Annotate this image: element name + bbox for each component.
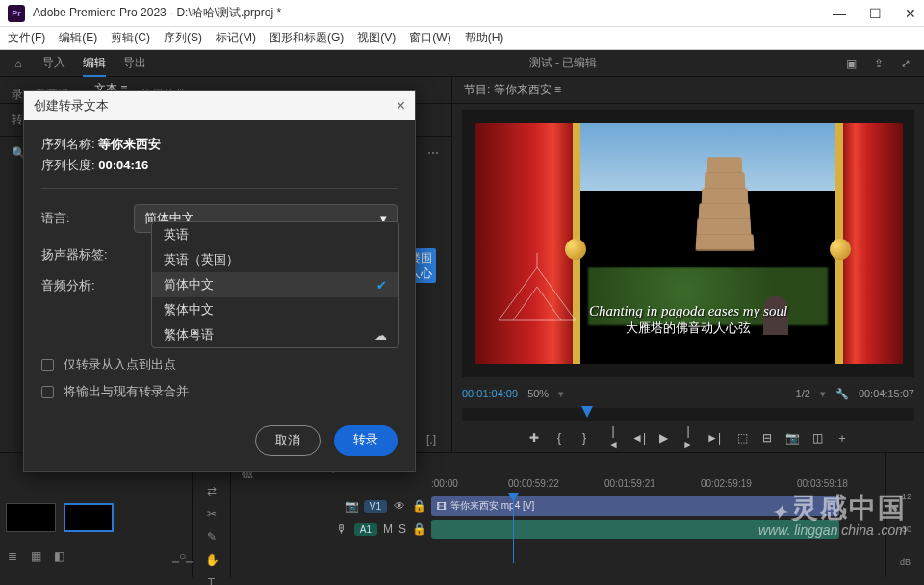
icon-view-icon[interactable]: ▦ <box>29 549 42 563</box>
dialog-titlebar: 创建转录文本 × <box>24 91 415 120</box>
seq-len-label: 序列长度: <box>41 158 95 172</box>
timeline-playhead[interactable] <box>513 496 514 563</box>
program-panel: 节目: 等你来西安 ≡ Chanting in pagoda eases my … <box>452 77 924 452</box>
program-tab[interactable]: 节目: 等你来西安 ≡ <box>464 82 561 98</box>
lang-option-en-uk[interactable]: 英语（英国） <box>152 247 398 272</box>
menu-sequence[interactable]: 序列(S) <box>164 30 202 46</box>
ws-export[interactable]: 导出 <box>123 55 146 71</box>
menu-help[interactable]: 帮助(H) <box>465 30 504 46</box>
speaker-label: 扬声器标签: <box>41 246 134 264</box>
settings-icon[interactable]: 🔧 <box>835 388 849 400</box>
workspace-bar: ⌂ 导入 编辑 导出 测试 - 已编辑 ▣ ⇪ ⤢ <box>0 50 924 77</box>
current-timecode[interactable]: 00:01:04:09 <box>462 388 518 399</box>
tick: 00:01:59:21 <box>604 478 655 489</box>
program-monitor[interactable]: Chanting in pagoda eases my soul 大雁塔的佛音动… <box>462 110 914 377</box>
toggle-icon[interactable]: 📷 <box>345 499 358 513</box>
track-label-a1[interactable]: A1 <box>354 523 377 536</box>
ws-import[interactable]: 导入 <box>42 55 65 71</box>
tick: 00:02:59:19 <box>701 478 752 489</box>
transcribe-button[interactable]: 转录 <box>334 425 398 456</box>
video-frame: Chanting in pagoda eases my soul 大雁塔的佛音动… <box>475 123 903 364</box>
dialog-close-icon[interactable]: × <box>397 97 405 114</box>
menu-window[interactable]: 窗口(W) <box>409 30 450 46</box>
export-frame-icon[interactable]: 📷 <box>785 431 799 445</box>
home-icon[interactable]: ⌂ <box>12 57 25 70</box>
step-fwd-icon[interactable]: |► <box>681 424 695 451</box>
type-tool-icon[interactable]: T <box>205 576 218 585</box>
caption-chinese: 大雁塔的佛音动人心弦 <box>475 319 903 337</box>
button-editor-icon[interactable]: ＋ <box>835 430 849 446</box>
menu-view[interactable]: 视图(V) <box>357 30 396 46</box>
pagoda-graphic <box>696 157 754 292</box>
checkbox-icon[interactable] <box>41 386 54 398</box>
lang-option-zh-tw[interactable]: 繁体中文 <box>152 297 398 322</box>
language-label: 语言: <box>41 210 134 227</box>
app-logo: Pr <box>8 5 25 22</box>
caption-english: Chanting in pagoda eases my soul <box>475 303 903 319</box>
project-name: 测试 - 已编辑 <box>529 55 598 71</box>
extract-icon[interactable]: ⊟ <box>760 431 774 445</box>
transport-controls: ✚ { } |◄ ◄| ▶ |► ►| ⬚ ⊟ 📷 ◫ ＋ <box>462 423 914 452</box>
lock-icon[interactable]: 🔒 <box>412 522 425 536</box>
minimize-button[interactable]: — <box>833 6 846 21</box>
more-icon[interactable]: ⋯ <box>426 146 440 160</box>
fullscreen-icon[interactable]: ⤢ <box>899 57 912 70</box>
captions-toggle-icon[interactable]: [.] <box>424 433 438 446</box>
bin-thumb[interactable] <box>6 503 56 532</box>
bin-thumb-selected[interactable] <box>64 503 114 532</box>
play-icon[interactable]: ▶ <box>656 431 670 445</box>
resolution-select[interactable]: 1/2 <box>796 388 810 399</box>
program-playhead[interactable] <box>581 406 593 418</box>
mark-in-icon[interactable]: { <box>552 431 566 445</box>
lang-option-yue[interactable]: 繁体粤语☁ <box>152 322 398 347</box>
cloud-download-icon: ☁ <box>374 328 387 343</box>
list-view-icon[interactable]: ≣ <box>6 549 19 563</box>
ws-edit[interactable]: 编辑 <box>83 55 106 71</box>
duration-timecode: 00:04:15:07 <box>859 388 914 399</box>
program-ruler[interactable] <box>462 408 914 421</box>
program-info-bar: 00:01:04:09 50%▾ 1/2▾ 🔧 00:04:15:07 <box>462 381 914 406</box>
go-in-icon[interactable]: |◄ <box>606 424 620 451</box>
close-button[interactable]: ✕ <box>905 6 916 21</box>
go-out-icon[interactable]: ►| <box>706 431 720 445</box>
lang-option-zh-cn[interactable]: 简体中文✔ <box>152 272 398 297</box>
seq-len-value: 00:04:16 <box>98 158 148 172</box>
maximize-button[interactable]: ☐ <box>869 6 882 21</box>
hand-tool-icon[interactable]: ✋ <box>205 553 218 567</box>
add-marker-icon[interactable]: ✚ <box>527 431 541 445</box>
seq-name-label: 序列名称: <box>41 137 95 151</box>
seq-name-value: 等你来西安 <box>98 137 161 151</box>
step-back-icon[interactable]: ◄| <box>631 431 645 445</box>
freeform-icon[interactable]: ◧ <box>52 549 65 563</box>
chk-in-out[interactable]: 仅转录从入点到出点 <box>41 356 398 373</box>
lang-option-en[interactable]: 英语 <box>152 222 398 247</box>
mark-out-icon[interactable]: } <box>578 431 591 445</box>
cancel-button[interactable]: 取消 <box>255 425 321 456</box>
share-icon[interactable]: ⇪ <box>872 57 886 70</box>
compare-icon[interactable]: ◫ <box>810 431 824 445</box>
watermark: ✦ 灵感中国 www. linggan china .com <box>758 499 907 539</box>
menu-edit[interactable]: 编辑(E) <box>59 30 97 46</box>
ripple-tool-icon[interactable]: ⇄ <box>205 484 218 497</box>
chk-merge[interactable]: 将输出与现有转录合并 <box>41 383 398 400</box>
lift-icon[interactable]: ⬚ <box>735 431 749 445</box>
menu-marker[interactable]: 标记(M) <box>216 30 256 46</box>
menu-graphics[interactable]: 图形和标题(G) <box>270 30 344 46</box>
eye-icon[interactable]: 👁 <box>393 499 406 513</box>
pen-tool-icon[interactable]: ✎ <box>205 530 218 544</box>
toggle-icon[interactable]: 🎙 <box>335 522 348 536</box>
checkbox-icon[interactable] <box>41 359 54 371</box>
zoom-select[interactable]: 50% <box>527 388 549 399</box>
tick: :00:00 <box>431 478 458 489</box>
check-icon: ✔ <box>376 278 387 292</box>
tick: 00:03:59:18 <box>797 478 848 489</box>
menu-file[interactable]: 文件(F) <box>8 30 45 46</box>
zoom-slider[interactable]: ⎯○⎯ <box>172 549 186 563</box>
create-transcription-dialog: 创建转录文本 × 序列名称: 等你来西安 序列长度: 00:04:16 语言: … <box>23 90 416 472</box>
track-label-v1[interactable]: V1 <box>364 500 387 513</box>
lock-icon[interactable]: 🔒 <box>412 499 425 513</box>
menu-clip[interactable]: 剪辑(C) <box>111 30 150 46</box>
language-dropdown: 英语 英语（英国） 简体中文✔ 繁体中文 繁体粤语☁ <box>151 221 399 348</box>
razor-tool-icon[interactable]: ✂ <box>205 507 218 521</box>
quick-export-icon[interactable]: ▣ <box>845 57 859 70</box>
